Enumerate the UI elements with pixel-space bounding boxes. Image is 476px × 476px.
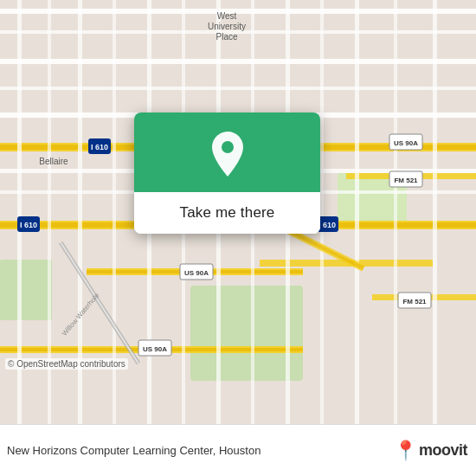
moovit-label: moovit xyxy=(419,441,467,460)
svg-text:US 90A: US 90A xyxy=(184,269,209,277)
svg-rect-3 xyxy=(0,260,52,320)
moovit-pin-icon: 📍 xyxy=(394,441,417,460)
map-attribution: © OpenStreetMap contributors xyxy=(5,358,128,370)
svg-rect-6 xyxy=(0,59,476,64)
svg-text:FM 521: FM 521 xyxy=(402,298,427,306)
svg-text:FM 521: FM 521 xyxy=(394,177,418,184)
popup-card: Take me there xyxy=(134,113,320,234)
svg-text:I 610: I 610 xyxy=(20,221,37,229)
svg-rect-34 xyxy=(355,0,359,424)
bottom-bar: New Horizons Computer Learning Center, H… xyxy=(0,424,476,476)
map-container: I 610 I 610 I 610 I 610 90A US 90A US 90… xyxy=(0,0,476,424)
svg-text:I 610: I 610 xyxy=(318,221,336,229)
svg-rect-35 xyxy=(394,0,397,424)
location-name: New Horizons Computer Learning Center, H… xyxy=(7,444,261,457)
svg-text:Bellaire: Bellaire xyxy=(39,157,68,166)
popup-header xyxy=(134,113,320,192)
svg-text:US 90A: US 90A xyxy=(143,345,167,353)
svg-text:University: University xyxy=(208,22,246,31)
svg-text:US 90A: US 90A xyxy=(394,139,418,147)
moovit-logo: 📍 moovit xyxy=(394,441,467,460)
svg-rect-33 xyxy=(320,0,324,424)
svg-point-66 xyxy=(222,141,234,153)
location-pin-icon xyxy=(209,132,247,177)
svg-text:Place: Place xyxy=(215,32,237,42)
svg-text:I 610: I 610 xyxy=(91,143,108,151)
svg-rect-36 xyxy=(433,0,437,424)
location-info: New Horizons Computer Learning Center, H… xyxy=(7,444,389,457)
svg-text:West: West xyxy=(217,11,237,21)
svg-rect-7 xyxy=(0,87,476,90)
take-me-there-button[interactable]: Take me there xyxy=(134,192,320,234)
svg-rect-4 xyxy=(0,9,476,14)
